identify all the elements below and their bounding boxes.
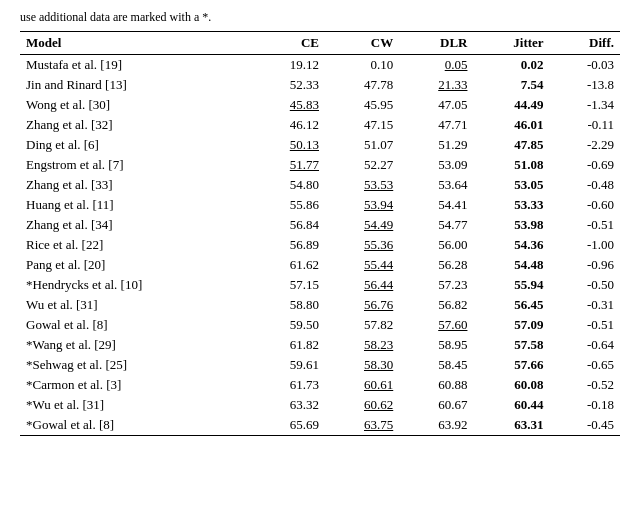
cell-model: Engstrom et al. [7] — [20, 155, 251, 175]
cell-diff: -0.60 — [550, 195, 620, 215]
cell-cw: 58.30 — [325, 355, 399, 375]
cell-jitter: 57.09 — [473, 315, 549, 335]
table-row: Zhang et al. [34]56.8454.4954.7753.98-0.… — [20, 215, 620, 235]
cell-cw: 0.10 — [325, 55, 399, 76]
cell-jitter: 0.02 — [473, 55, 549, 76]
cell-diff: -0.03 — [550, 55, 620, 76]
table-row: Huang et al. [11]55.8653.9454.4153.33-0.… — [20, 195, 620, 215]
cell-dlr: 57.23 — [399, 275, 473, 295]
cell-ce: 59.61 — [251, 355, 325, 375]
cell-cw: 60.62 — [325, 395, 399, 415]
cell-model: *Gowal et al. [8] — [20, 415, 251, 436]
cell-ce: 56.84 — [251, 215, 325, 235]
cell-ce: 46.12 — [251, 115, 325, 135]
table-row: *Gowal et al. [8]65.6963.7563.9263.31-0.… — [20, 415, 620, 436]
col-jitter: Jitter — [473, 32, 549, 55]
cell-dlr: 21.33 — [399, 75, 473, 95]
col-dlr: DLR — [399, 32, 473, 55]
cell-model: Zhang et al. [33] — [20, 175, 251, 195]
cell-dlr: 51.29 — [399, 135, 473, 155]
cell-model: *Hendrycks et al. [10] — [20, 275, 251, 295]
table-row: Jin and Rinard [13]52.3347.7821.337.54-1… — [20, 75, 620, 95]
cell-jitter: 55.94 — [473, 275, 549, 295]
cell-cw: 45.95 — [325, 95, 399, 115]
col-ce: CE — [251, 32, 325, 55]
cell-jitter: 63.31 — [473, 415, 549, 436]
cell-cw: 53.94 — [325, 195, 399, 215]
cell-diff: -0.52 — [550, 375, 620, 395]
cell-ce: 45.83 — [251, 95, 325, 115]
cell-model: Rice et al. [22] — [20, 235, 251, 255]
cell-ce: 58.80 — [251, 295, 325, 315]
cell-ce: 52.33 — [251, 75, 325, 95]
col-model: Model — [20, 32, 251, 55]
cell-ce: 56.89 — [251, 235, 325, 255]
cell-jitter: 44.49 — [473, 95, 549, 115]
cell-model: Gowal et al. [8] — [20, 315, 251, 335]
cell-model: Huang et al. [11] — [20, 195, 251, 215]
cell-diff: -0.51 — [550, 215, 620, 235]
cell-ce: 51.77 — [251, 155, 325, 175]
cell-cw: 55.36 — [325, 235, 399, 255]
cell-ce: 54.80 — [251, 175, 325, 195]
cell-model: Wong et al. [30] — [20, 95, 251, 115]
cell-dlr: 58.45 — [399, 355, 473, 375]
cell-model: Pang et al. [20] — [20, 255, 251, 275]
cell-dlr: 58.95 — [399, 335, 473, 355]
cell-jitter: 7.54 — [473, 75, 549, 95]
results-table: Model CE CW DLR Jitter Diff. Mustafa et … — [20, 31, 620, 436]
cell-model: *Sehwag et al. [25] — [20, 355, 251, 375]
cell-diff: -0.11 — [550, 115, 620, 135]
cell-cw: 51.07 — [325, 135, 399, 155]
cell-ce: 61.73 — [251, 375, 325, 395]
cell-dlr: 54.77 — [399, 215, 473, 235]
table-row: Pang et al. [20]61.6255.4456.2854.48-0.9… — [20, 255, 620, 275]
cell-model: Jin and Rinard [13] — [20, 75, 251, 95]
note-text: use additional data are marked with a *. — [20, 10, 620, 25]
cell-model: Zhang et al. [32] — [20, 115, 251, 135]
cell-diff: -0.31 — [550, 295, 620, 315]
cell-jitter: 56.45 — [473, 295, 549, 315]
cell-model: Zhang et al. [34] — [20, 215, 251, 235]
cell-dlr: 53.64 — [399, 175, 473, 195]
cell-diff: -13.8 — [550, 75, 620, 95]
table-row: Engstrom et al. [7]51.7752.2753.0951.08-… — [20, 155, 620, 175]
table-row: Mustafa et al. [19]19.120.100.050.02-0.0… — [20, 55, 620, 76]
cell-jitter: 57.66 — [473, 355, 549, 375]
cell-dlr: 56.00 — [399, 235, 473, 255]
cell-dlr: 60.67 — [399, 395, 473, 415]
table-header-row: Model CE CW DLR Jitter Diff. — [20, 32, 620, 55]
cell-diff: -0.69 — [550, 155, 620, 175]
cell-model: Mustafa et al. [19] — [20, 55, 251, 76]
cell-model: *Carmon et al. [3] — [20, 375, 251, 395]
cell-cw: 63.75 — [325, 415, 399, 436]
cell-jitter: 54.36 — [473, 235, 549, 255]
cell-ce: 19.12 — [251, 55, 325, 76]
cell-model: Ding et al. [6] — [20, 135, 251, 155]
table-row: Wu et al. [31]58.8056.7656.8256.45-0.31 — [20, 295, 620, 315]
cell-jitter: 46.01 — [473, 115, 549, 135]
cell-jitter: 57.58 — [473, 335, 549, 355]
cell-cw: 47.78 — [325, 75, 399, 95]
table-row: *Carmon et al. [3]61.7360.6160.8860.08-0… — [20, 375, 620, 395]
cell-cw: 58.23 — [325, 335, 399, 355]
cell-dlr: 53.09 — [399, 155, 473, 175]
cell-model: Wu et al. [31] — [20, 295, 251, 315]
cell-jitter: 60.44 — [473, 395, 549, 415]
cell-jitter: 47.85 — [473, 135, 549, 155]
cell-jitter: 51.08 — [473, 155, 549, 175]
cell-ce: 50.13 — [251, 135, 325, 155]
table-row: Zhang et al. [33]54.8053.5353.6453.05-0.… — [20, 175, 620, 195]
cell-ce: 61.82 — [251, 335, 325, 355]
cell-dlr: 56.82 — [399, 295, 473, 315]
cell-ce: 63.32 — [251, 395, 325, 415]
table-row: Rice et al. [22]56.8955.3656.0054.36-1.0… — [20, 235, 620, 255]
cell-dlr: 54.41 — [399, 195, 473, 215]
cell-dlr: 0.05 — [399, 55, 473, 76]
cell-diff: -1.00 — [550, 235, 620, 255]
cell-jitter: 60.08 — [473, 375, 549, 395]
table-row: *Wu et al. [31]63.3260.6260.6760.44-0.18 — [20, 395, 620, 415]
cell-diff: -2.29 — [550, 135, 620, 155]
cell-diff: -0.51 — [550, 315, 620, 335]
col-cw: CW — [325, 32, 399, 55]
